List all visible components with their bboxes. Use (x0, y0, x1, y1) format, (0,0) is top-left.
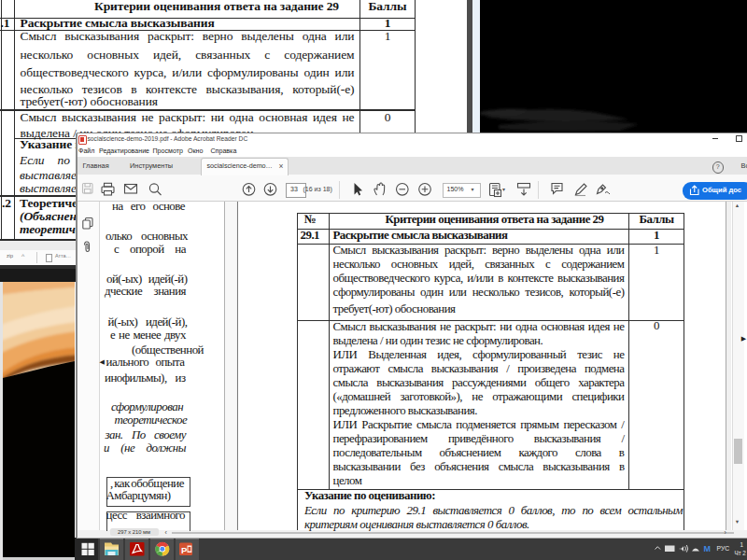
svg-text:P: P (181, 545, 188, 555)
